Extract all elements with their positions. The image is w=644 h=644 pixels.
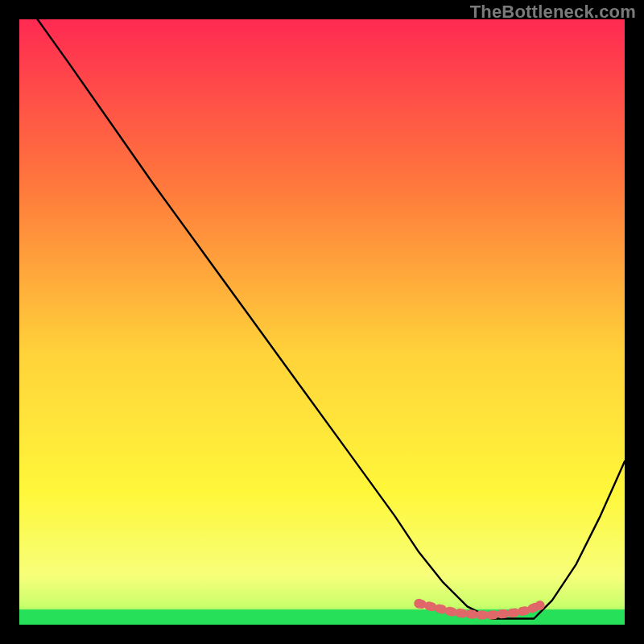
chart-container: TheBottleneck.com — [0, 0, 644, 644]
chart-svg — [19, 19, 625, 625]
plot-area — [19, 19, 625, 625]
marker-dot — [414, 599, 423, 609]
gradient-background — [19, 19, 625, 625]
marker-dot — [535, 601, 545, 610]
